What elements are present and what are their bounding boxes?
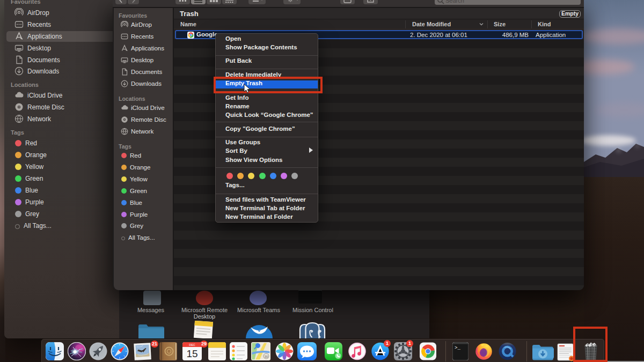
svg-text:>_: >_ (455, 345, 460, 351)
svg-text:DEC: DEC (189, 343, 195, 346)
svg-text:15: 15 (186, 348, 197, 359)
svg-text:Search: Search (445, 0, 464, 4)
svg-text:30: 30 (265, 355, 268, 358)
